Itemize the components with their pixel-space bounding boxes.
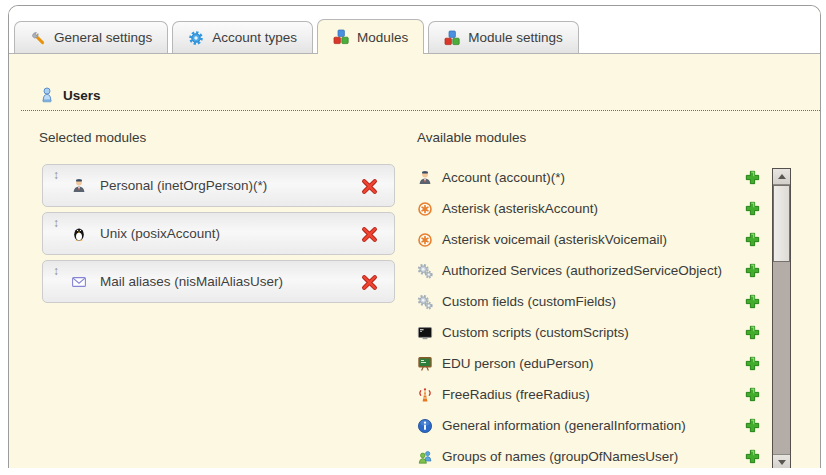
available-module-row: EDU person (eduPerson) (417, 348, 761, 379)
available-module-row: Authorized Services (authorizedServiceOb… (417, 255, 761, 286)
remove-module-button[interactable] (361, 274, 378, 291)
blackboard-icon (417, 356, 433, 372)
add-module-button[interactable] (744, 355, 761, 372)
gears-icon (417, 263, 433, 279)
available-module-row: General information (generalInformation) (417, 410, 761, 441)
module-label: Personal (inetOrgPerson)(*) (100, 178, 267, 193)
scrollbar[interactable] (772, 168, 791, 468)
module-label: Asterisk (asteriskAccount) (442, 201, 598, 216)
tab-label: Module settings (468, 30, 563, 45)
available-module-row: Groups of names (groupOfNamesUser) (417, 441, 761, 468)
available-module-row: Custom scripts (customScripts) (417, 317, 761, 348)
module-label: FreeRadius (freeRadius) (442, 387, 590, 402)
modules-icon (333, 29, 349, 45)
add-module-button[interactable] (744, 417, 761, 434)
drag-handle-icon[interactable]: ↕ (53, 217, 59, 229)
module-label: Unix (posixAccount) (100, 226, 220, 241)
module-label: Custom scripts (customScripts) (442, 325, 629, 340)
drag-handle-icon[interactable]: ↕ (53, 265, 59, 277)
gears-icon (417, 294, 433, 310)
add-module-button[interactable] (744, 293, 761, 310)
tab-general-settings[interactable]: General settings (14, 21, 168, 53)
arrow-up-icon (778, 174, 786, 179)
module-label: Groups of names (groupOfNamesUser) (442, 449, 678, 464)
selected-module-row[interactable]: ↕ Mail aliases (nisMailAliasUser) (42, 260, 395, 303)
tab-account-types[interactable]: Account types (172, 21, 313, 53)
tab-bar: General settings Account types Modules M… (9, 6, 820, 54)
available-module-row: Account (account)(*) (417, 162, 761, 193)
tab-label: General settings (54, 30, 152, 45)
antenna-icon (417, 387, 433, 403)
user-icon (39, 87, 55, 103)
scroll-thumb[interactable] (773, 185, 790, 262)
add-module-button[interactable] (744, 200, 761, 217)
module-label: Mail aliases (nisMailAliasUser) (100, 274, 283, 289)
penguin-icon (71, 226, 87, 242)
available-modules-heading: Available modules (417, 130, 526, 145)
available-modules-list: Account (account)(*) Asterisk (asteriskA… (417, 162, 761, 468)
add-module-button[interactable] (744, 169, 761, 186)
tab-module-settings[interactable]: Module settings (428, 21, 579, 53)
module-label: Custom fields (customFields) (442, 294, 616, 309)
remove-module-button[interactable] (361, 178, 378, 195)
person-icon (71, 178, 87, 194)
users-section-header: Users (21, 87, 821, 111)
wrench-icon (30, 30, 46, 46)
asterisk-icon (417, 201, 433, 217)
asterisk-icon (417, 232, 433, 248)
mail-icon (71, 274, 87, 290)
tab-label: Modules (357, 30, 408, 45)
module-label: General information (generalInformation) (442, 418, 686, 433)
info-icon (417, 418, 433, 434)
module-label: Asterisk voicemail (asteriskVoicemail) (442, 232, 667, 247)
group-icon (417, 449, 433, 465)
gear-icon (188, 30, 204, 46)
available-module-row: Custom fields (customFields) (417, 286, 761, 317)
add-module-button[interactable] (744, 448, 761, 465)
available-module-row: Asterisk (asteriskAccount) (417, 193, 761, 224)
module-label: EDU person (eduPerson) (442, 356, 594, 371)
terminal-icon (417, 325, 433, 341)
configuration-window: General settings Account types Modules M… (8, 5, 821, 468)
add-module-button[interactable] (744, 386, 761, 403)
available-module-row: Asterisk voicemail (asteriskVoicemail) (417, 224, 761, 255)
module-label: Account (account)(*) (442, 170, 565, 185)
drag-handle-icon[interactable]: ↕ (53, 169, 59, 181)
tab-label: Account types (212, 30, 297, 45)
selected-modules-heading: Selected modules (39, 130, 146, 145)
add-module-button[interactable] (744, 231, 761, 248)
scroll-up-button[interactable] (773, 169, 790, 185)
tab-modules[interactable]: Modules (317, 19, 424, 54)
arrow-down-icon (778, 460, 786, 465)
person-icon (417, 170, 433, 186)
remove-module-button[interactable] (361, 226, 378, 243)
selected-module-row[interactable]: ↕ Personal (inetOrgPerson)(*) (42, 164, 395, 207)
modules-icon (444, 30, 460, 46)
selected-module-row[interactable]: ↕ Unix (posixAccount) (42, 212, 395, 255)
add-module-button[interactable] (744, 262, 761, 279)
add-module-button[interactable] (744, 324, 761, 341)
page-title: Users (63, 88, 101, 103)
scroll-down-button[interactable] (773, 454, 790, 468)
available-module-row: FreeRadius (freeRadius) (417, 379, 761, 410)
module-label: Authorized Services (authorizedServiceOb… (442, 263, 722, 278)
